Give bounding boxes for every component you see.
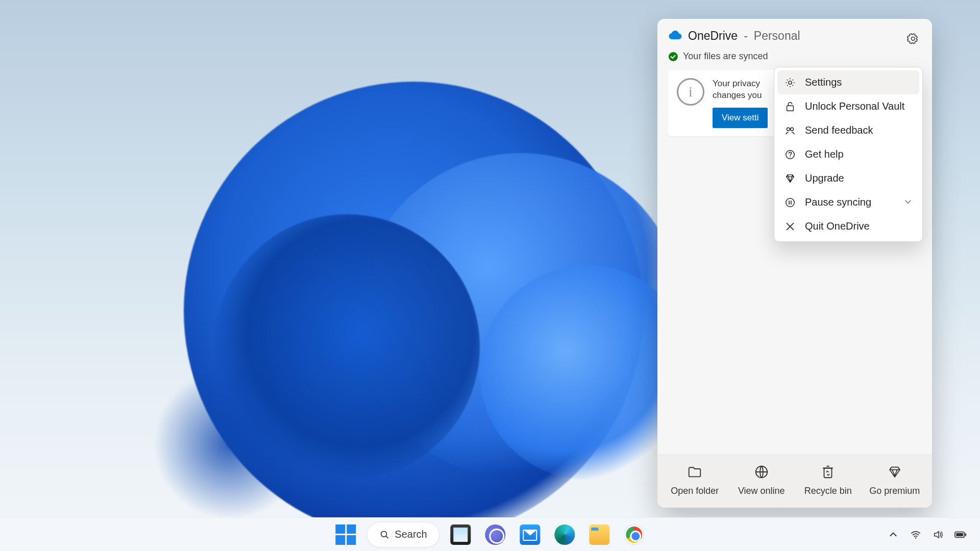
svg-point-10 [915,537,917,539]
system-tray [887,529,967,541]
sync-ok-icon [669,52,678,61]
edge-icon [555,524,575,545]
svg-point-5 [790,156,791,157]
tray-volume[interactable] [932,529,944,541]
search-label: Search [395,529,427,540]
feedback-icon [785,125,796,136]
tray-battery[interactable] [954,529,967,541]
sync-status-row: Your files are synced [657,46,932,66]
chevron-down-icon [904,196,912,208]
menu-settings[interactable]: Settings [777,70,919,94]
mail-icon [520,524,541,545]
action-label: Open folder [671,486,719,496]
taskbar-teams[interactable] [482,521,509,548]
app-name: OneDrive [688,29,738,43]
svg-rect-1 [787,106,794,111]
view-online-button[interactable]: View online [731,464,792,496]
menu-item-label: Unlock Personal Vault [805,101,904,112]
open-folder-button[interactable]: Open folder [665,464,725,496]
privacy-line-2: changes you [713,90,768,102]
diamond-icon [785,173,796,184]
privacy-card-body: Your privacy changes you View setti [713,78,768,128]
tray-overflow-button[interactable] [887,529,899,541]
settings-gear-button[interactable] [904,30,922,47]
gear-icon [785,77,796,88]
menu-upgrade[interactable]: Upgrade [777,166,919,190]
action-label: Go premium [869,486,920,496]
title-separator: - [744,29,748,43]
onedrive-cloud-icon [669,29,682,43]
view-settings-button[interactable]: View setti [713,108,768,128]
svg-rect-13 [965,533,966,536]
taskbar-chrome[interactable] [621,521,648,548]
chrome-icon [624,524,645,545]
recycle-bin-icon [820,464,836,480]
account-type: Personal [754,29,800,43]
menu-item-label: Send feedback [805,124,873,136]
flyout-header: OneDrive - Personal [657,19,932,46]
recycle-bin-button[interactable]: Recycle bin [798,464,858,496]
menu-unlock-vault[interactable]: Unlock Personal Vault [777,94,919,118]
info-icon: i [677,78,704,106]
chevron-up-icon [889,530,898,539]
settings-menu: Settings Unlock Personal Vault Send feed… [774,67,923,242]
task-view-button[interactable] [447,521,475,548]
menu-send-feedback[interactable]: Send feedback [777,118,919,142]
teams-icon [485,524,506,545]
svg-point-6 [786,198,795,207]
action-label: Recycle bin [804,486,852,496]
close-icon [785,221,796,232]
menu-item-label: Upgrade [805,172,844,184]
menu-get-help[interactable]: Get help [777,142,919,166]
flyout-bottom-actions: Open folder View online Recycle bin Go p… [657,455,932,508]
svg-point-0 [789,81,792,84]
privacy-line-1: Your privacy [713,78,768,90]
gear-icon [907,33,919,45]
search-icon [379,530,389,540]
svg-point-9 [381,531,387,537]
unlock-icon [785,101,796,112]
menu-item-label: Pause syncing [805,196,871,208]
svg-rect-8 [824,468,832,478]
action-label: View online [738,486,785,496]
wifi-icon [910,529,921,540]
task-view-icon [451,524,471,545]
taskbar-search[interactable]: Search [366,522,439,547]
taskbar-file-explorer[interactable] [586,521,614,548]
menu-pause-syncing[interactable]: Pause syncing [777,190,919,214]
speaker-icon [933,529,944,540]
svg-point-2 [787,128,790,131]
go-premium-button[interactable]: Go premium [865,464,925,496]
diamond-icon [887,464,902,480]
start-button[interactable] [332,521,359,548]
svg-rect-12 [956,533,963,536]
folder-icon [687,464,702,480]
battery-icon [954,530,967,539]
menu-item-label: Get help [805,148,844,160]
flyout-title: OneDrive - Personal [669,29,921,43]
menu-item-label: Settings [805,77,842,88]
taskbar-mail[interactable] [517,521,544,548]
menu-item-label: Quit OneDrive [805,220,870,232]
taskbar: Search [0,517,980,551]
help-icon [785,149,796,160]
taskbar-center: Search [332,521,648,548]
file-explorer-icon [590,524,610,545]
windows-logo-icon [335,524,356,545]
globe-icon [754,464,769,480]
sync-status-text: Your files are synced [683,51,768,62]
desktop: OneDrive - Personal Your files are synce… [0,0,980,551]
menu-quit[interactable]: Quit OneDrive [777,214,919,238]
svg-point-3 [791,128,794,131]
pause-icon [785,197,796,208]
tray-wifi[interactable] [910,529,922,541]
onedrive-flyout: OneDrive - Personal Your files are synce… [657,19,932,508]
taskbar-edge[interactable] [551,521,579,548]
wallpaper-shape [153,367,306,520]
